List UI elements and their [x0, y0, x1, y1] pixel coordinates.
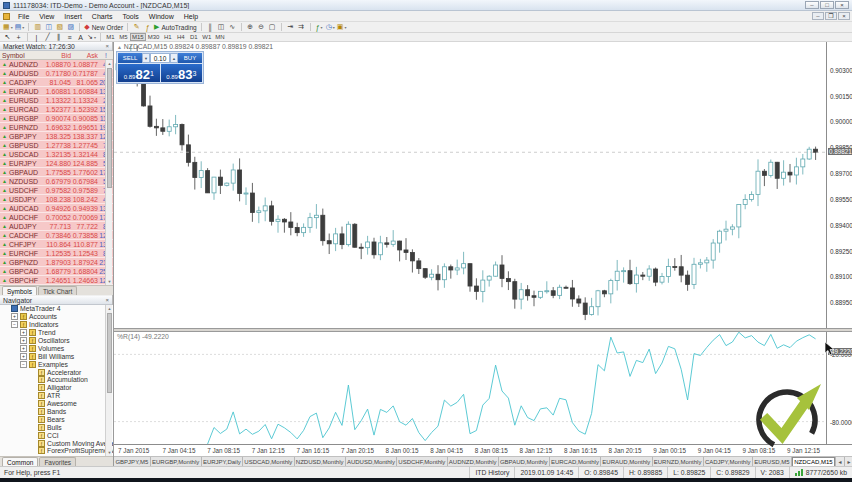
mdi-restore-button[interactable]: ❐ — [825, 12, 837, 20]
chart-tab-nzdcad-m15[interactable]: NZDCAD,M15 — [792, 457, 835, 466]
column-bid[interactable]: Bid — [44, 52, 71, 59]
market-watch-row[interactable]: ▲AUDNZD1.088701.088774 — [0, 60, 113, 69]
market-watch-row[interactable]: ▲EURGBP0.900740.9008511 — [0, 114, 113, 123]
market-watch-row[interactable]: ▲EURAUD1.608811.6088413 — [0, 87, 113, 96]
navigator-item-alligator[interactable]: fAlligator — [0, 384, 113, 392]
market-watch-row[interactable]: ▲AUDCHF0.700520.7006917 — [0, 213, 113, 222]
time-axis[interactable]: 7 Jan 20157 Jan 04:157 Jan 08:157 Jan 12… — [114, 444, 852, 456]
text-tool[interactable]: A — [75, 33, 86, 42]
tab-symbols[interactable]: Symbols — [2, 286, 37, 295]
market-watch-row[interactable]: ▲GBPNZD1.879031.8792421 — [0, 258, 113, 267]
line-chart-button[interactable]: ∿ — [227, 23, 238, 32]
metaeditor-button[interactable]: ✎ — [131, 23, 142, 32]
navigator-item-bears[interactable]: fBears — [0, 415, 113, 423]
shift-end-button[interactable]: ⇥ — [285, 23, 296, 32]
chevron-down-icon[interactable]: ▼ — [142, 53, 150, 63]
market-watch-row[interactable]: ▲AUDUSD0.717800.717874 — [0, 69, 113, 78]
market-watch-toggle[interactable]: ▥ — [32, 23, 43, 32]
close-button[interactable]: × — [835, 1, 849, 9]
navigator-item-metatrader-4[interactable]: MetaTrader 4 — [0, 305, 113, 313]
fibonacci-tool[interactable]: ≡ — [64, 33, 75, 42]
buy-button[interactable]: BUY — [178, 53, 202, 63]
zoom-out-button[interactable]: ⊖ — [256, 23, 267, 32]
timeframe-d1[interactable]: D1 — [187, 33, 200, 41]
market-watch-row[interactable]: ▲GBPCHF1.246511.2466312 — [0, 276, 113, 285]
chart-tab-eurnzd-monthly[interactable]: EURNZD,Monthly — [653, 457, 704, 466]
market-watch-row[interactable]: ▲EURNZD1.696321.6965119 — [0, 123, 113, 132]
timeframe-m30[interactable]: M30 — [146, 33, 162, 41]
tab-tick-chart[interactable]: Tick Chart — [38, 286, 77, 295]
market-watch-scrollbar[interactable]: ▲ ▼ — [105, 60, 112, 285]
timeframe-m15[interactable]: M15 — [130, 33, 146, 41]
chart-tab-eurjpy-daily[interactable]: EURJPY,Daily — [202, 457, 244, 466]
market-watch-row[interactable]: ▲EURJPY124.880124.8855 — [0, 159, 113, 168]
chart-tab-gbpjpy-m5[interactable]: GBPJPY,M5 — [114, 457, 151, 466]
market-watch-row[interactable]: ▲EURCAD1.523771.5239215 — [0, 105, 113, 114]
chart-tab-usdchf-monthly[interactable]: USDCHF,Monthly — [397, 457, 447, 466]
expand-icon[interactable]: + — [20, 345, 27, 352]
new-order-button[interactable]: ◆New Order — [83, 23, 124, 32]
navigator-item-accounts[interactable]: +fAccounts — [0, 313, 113, 321]
column-symbol[interactable]: Symbol — [0, 52, 44, 59]
mdi-close-button[interactable]: × — [838, 12, 850, 20]
menu-help[interactable]: Help — [179, 12, 203, 21]
templates-button[interactable]: ▣▾ — [336, 23, 348, 32]
market-watch-row[interactable]: ▲GBPCAD1.687791.6880425 — [0, 267, 113, 276]
timeframe-m5[interactable]: M5 — [117, 33, 130, 41]
navigator-item-custom-moving-averages[interactable]: fCustom Moving Averages — [0, 439, 113, 447]
close-icon[interactable]: × — [105, 297, 109, 303]
navigator-item-volumes[interactable]: +fVolumes — [0, 344, 113, 352]
navigator-item-awesome[interactable]: fAwesome — [0, 400, 113, 408]
autotrading-button[interactable]: ▶AutoTrading — [153, 23, 198, 32]
chart-tab-audnzd-monthly[interactable]: AUDNZD,Monthly — [448, 457, 499, 466]
chart-tab-eurcad-monthly[interactable]: EURCAD,Monthly — [550, 457, 601, 466]
crosshair-tool[interactable]: + — [13, 33, 24, 42]
column-ask[interactable]: Ask — [71, 52, 98, 59]
buy-price-button[interactable]: 0.89 83 3 — [161, 64, 203, 82]
sell-price-button[interactable]: 0.89 82 1 — [118, 64, 160, 82]
maximize-button[interactable]: □ — [820, 1, 834, 9]
market-watch-row[interactable]: ▲CADJPY81.04581.06520 — [0, 78, 113, 87]
expand-icon[interactable]: + — [20, 337, 27, 344]
navigator-item-trend[interactable]: +fTrend — [0, 329, 113, 337]
expand-icon[interactable]: + — [20, 329, 27, 336]
close-icon[interactable]: × — [105, 43, 109, 49]
menu-tools[interactable]: Tools — [117, 12, 143, 21]
market-watch-row[interactable]: ▲USDCHF0.975820.975897 — [0, 186, 113, 195]
chart-tab-eurusd-m5[interactable]: EURUSD,M5 — [753, 457, 792, 466]
column-spread[interactable]: ! — [98, 52, 109, 59]
market-watch-row[interactable]: ▲GBPUSD1.277381.277457 — [0, 141, 113, 150]
tile-windows-button[interactable]: ▢ — [267, 23, 278, 32]
chart-tab-audusd-monthly[interactable]: AUDUSD,Monthly — [346, 457, 397, 466]
navigator-item-indicators[interactable]: −fIndicators — [0, 321, 113, 329]
market-watch-row[interactable]: ▲GBPJPY138.325138.33712 — [0, 132, 113, 141]
trendline-tool[interactable]: ╱ — [42, 33, 53, 42]
chart-tab-gbpaud-monthly[interactable]: GBPAUD,Monthly — [499, 457, 550, 466]
cursor-tool[interactable]: ↖ — [2, 33, 13, 42]
market-watch-row[interactable]: ▲EURUSD1.133221.133242 — [0, 96, 113, 105]
tab-scroll-left-icon[interactable]: ◄ — [835, 457, 844, 466]
menu-file[interactable]: File — [13, 12, 34, 21]
timeframe-w1[interactable]: W1 — [200, 33, 213, 41]
navigator-item-bands[interactable]: fBands — [0, 408, 113, 416]
navigator-item-accumulation[interactable]: fAccumulation — [0, 376, 113, 384]
volume-input[interactable]: 0.10 — [150, 53, 170, 63]
market-watch-row[interactable]: ▲AUDJPY77.71377.7228 — [0, 222, 113, 231]
tab-scroll-right-icon[interactable]: ► — [844, 457, 852, 466]
collapse-icon[interactable]: − — [11, 321, 18, 328]
navigator-item-bill-williams[interactable]: +fBill Williams — [0, 352, 113, 360]
navigator-item-forexprofitsupreme-mete[interactable]: fForexProfitSupreme Mete — [0, 447, 113, 455]
timeframe-m1[interactable]: M1 — [104, 33, 117, 41]
terminal-toggle[interactable]: ▨ — [65, 23, 76, 32]
market-watch-row[interactable]: ▲USDCAD1.321351.321448 — [0, 150, 113, 159]
menu-view[interactable]: View — [34, 12, 59, 21]
williams-percent-range-pane[interactable] — [114, 332, 826, 444]
market-watch-row[interactable]: ▲CADCHF0.738460.7385812 — [0, 231, 113, 240]
chart-tab-nzdusd-monthly[interactable]: NZDUSD,Monthly — [295, 457, 346, 466]
market-watch-row[interactable]: ▲GBPAUD1.775851.7760217 — [0, 168, 113, 177]
menu-insert[interactable]: Insert — [59, 12, 87, 21]
menu-window[interactable]: Window — [144, 12, 179, 21]
bar-chart-button[interactable]: ║ — [205, 23, 216, 32]
expand-icon[interactable]: + — [11, 313, 18, 320]
profiles-button[interactable]: ▤▾ — [14, 23, 26, 32]
